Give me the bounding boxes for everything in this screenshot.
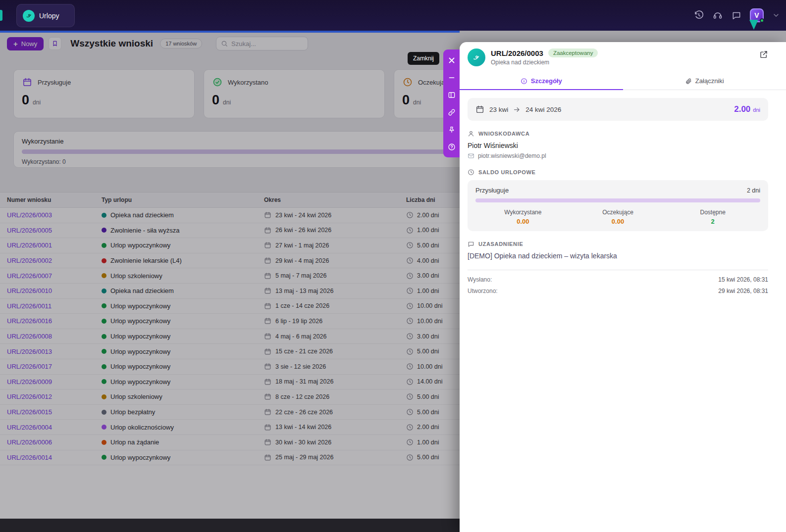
arrow-right-icon [513,106,521,113]
stat-available: Dostępne 2 [665,209,760,225]
period-days-unit: dni [753,107,760,113]
section-title: UZASADNIENIE [478,241,523,247]
close-tooltip: Zamknij [408,52,439,65]
paperclip-icon [685,78,692,85]
tab-urlopy-label: Urlopy [39,12,59,20]
entitled-label: Przysługuje [475,187,509,194]
period-end: 24 kwi 2026 [525,106,561,113]
chevron-down-icon[interactable] [772,11,780,19]
meta-created: Utworzono: 29 kwi 2026, 08:31 [468,288,768,294]
meta-sent: Wysłano: 15 kwi 2026, 08:31 [468,276,768,283]
tab-attachments[interactable]: Załączniki [623,72,786,90]
entitled-value: 2 dni [747,187,760,194]
drawer-tabs: Szczegóły Załączniki [460,72,786,90]
request-type-icon [468,48,485,66]
period-start: 23 kwi [489,106,508,113]
info-icon [521,78,527,85]
app-logo-icon [23,10,35,22]
avatar-initial: V [754,11,759,19]
calendar-icon [475,105,484,114]
stat-value: 0.00 [475,218,571,225]
chat-icon [468,241,474,247]
period-card: 23 kwi 24 kwi 2026 2.00 dni [468,98,768,121]
period-days-value: 2.00 [734,104,750,114]
drawer-body: 23 kwi 24 kwi 2026 2.00 dni [460,90,786,300]
tab-urlopy[interactable]: Urlopy [16,4,75,27]
open-external-icon[interactable] [759,50,768,59]
section-title: WNIOSKODAWCA [478,131,529,137]
stat-value: 0.00 [571,218,666,225]
collapse-drawer-button[interactable] [443,69,460,86]
request-id: URL/2026/0003 [491,49,543,57]
applicant-section-header: WNIOSKODAWCA [468,130,768,137]
stat-pending: Oczekujące 0.00 [571,209,666,225]
clock-icon [468,169,474,176]
justification-text: [DEMO] Opieka nad dzieckiem – wizyta lek… [468,252,768,260]
status-badge: Zaakceptowany [548,48,598,57]
drawer-toolbar [443,49,460,157]
help-button[interactable] [443,138,460,155]
meta-rows: Wysłano: 15 kwi 2026, 08:31 Utworzono: 2… [468,270,768,300]
side-panel-button[interactable] [443,86,460,103]
top-navbar: Urlopy V [0,0,786,31]
side-panel-icon [448,91,456,99]
pin-icon [448,126,456,134]
nav-edge-accent [0,10,2,21]
link-icon [448,108,456,116]
justification-section-header: UZASADNIENIE [468,241,768,247]
stat-used: Wykorzystane 0.00 [475,209,571,225]
minus-icon [448,74,456,82]
person-icon [468,130,474,137]
applicant-name: Piotr Wiśniewski [468,142,768,149]
support-headset-icon[interactable] [712,10,723,21]
stat-value: 2 [665,218,760,225]
history-icon[interactable] [693,10,704,21]
mail-icon [468,152,474,159]
copy-link-button[interactable] [443,103,460,121]
chat-icon[interactable] [731,10,741,21]
applicant-email: piotr.wisniewski@demo.pl [478,152,546,159]
close-drawer-button[interactable] [443,51,460,69]
request-detail-drawer: URL/2026/0003 Zaakceptowany Opieka nad d… [460,42,786,532]
navbar-actions: V [693,0,780,31]
balance-card: Przysługuje 2 dni Wykorzystane 0.00 Ocze… [468,180,768,231]
applicant-email-row: piotr.wisniewski@demo.pl [468,152,768,159]
screen: Urlopy V [0,0,786,532]
close-icon [447,56,456,65]
help-icon [448,143,456,151]
pointer-triangle [749,20,758,30]
request-type-label: Opieka nad dzieckiem [491,59,598,66]
online-status-dot [760,18,764,23]
section-title: SALDO URLOPOWE [478,169,536,175]
drawer-header: URL/2026/0003 Zaakceptowany Opieka nad d… [460,42,786,70]
balance-section-header: SALDO URLOPOWE [468,169,768,176]
balance-progress-bar [475,198,760,202]
pin-button[interactable] [443,121,460,138]
content-top-accent [0,31,460,33]
tab-details[interactable]: Szczegóły [460,72,623,90]
